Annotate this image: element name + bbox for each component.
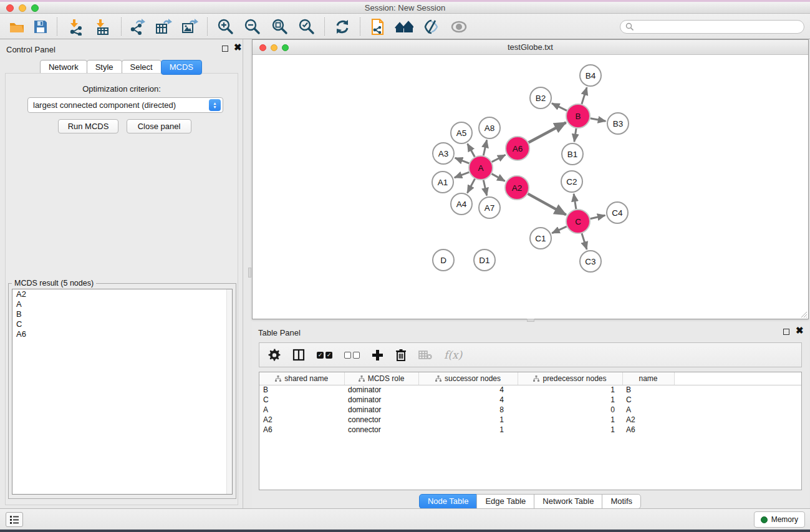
list-item[interactable]: C bbox=[12, 319, 232, 329]
graph-edge-A-A6[interactable] bbox=[492, 155, 506, 162]
show-all-icon[interactable] bbox=[450, 17, 468, 36]
graph-node-A1[interactable]: A1 bbox=[432, 172, 453, 193]
hide-selected-icon[interactable] bbox=[422, 17, 441, 36]
export-network-icon[interactable] bbox=[128, 17, 147, 36]
export-image-icon[interactable] bbox=[180, 17, 199, 36]
graph-node-A[interactable]: A bbox=[469, 156, 493, 180]
graph-node-C4[interactable]: C4 bbox=[607, 202, 628, 223]
node-table[interactable]: shared nameMCDS rolesuccessor nodesprede… bbox=[259, 372, 802, 490]
deselect-all-icon[interactable] bbox=[344, 352, 360, 359]
list-item[interactable]: A bbox=[12, 299, 232, 309]
export-table-icon[interactable] bbox=[154, 17, 173, 36]
graph-node-C2[interactable]: C2 bbox=[561, 171, 582, 192]
graph-edge-C-C4[interactable] bbox=[591, 215, 605, 218]
zoom-selected-icon[interactable] bbox=[297, 17, 316, 36]
tab-mcds[interactable]: MCDS bbox=[161, 60, 202, 75]
graph-edge-B-B2[interactable] bbox=[552, 104, 567, 111]
memory-button[interactable]: Memory bbox=[754, 511, 805, 528]
float-table-panel-icon[interactable] bbox=[783, 329, 789, 335]
graph-edge-A-A7[interactable] bbox=[483, 180, 486, 196]
column-header-successor-nodes[interactable]: successor nodes bbox=[418, 372, 518, 385]
search-field[interactable] bbox=[620, 20, 804, 34]
table-row[interactable]: Bdominator41B bbox=[259, 385, 801, 395]
list-item[interactable]: A2 bbox=[12, 289, 232, 299]
zoom-in-icon[interactable] bbox=[216, 17, 235, 36]
import-table-icon[interactable] bbox=[94, 17, 112, 36]
tab-node-table[interactable]: Node Table bbox=[419, 494, 478, 509]
graph-node-A5[interactable]: A5 bbox=[451, 122, 472, 143]
graph-edge-B-B1[interactable] bbox=[574, 128, 576, 142]
optimization-criterion-select[interactable]: largest connected component (directed) ▲… bbox=[27, 97, 223, 113]
zoom-fit-icon[interactable] bbox=[271, 17, 289, 36]
zoom-out-icon[interactable] bbox=[243, 17, 262, 36]
splitter-handle-horizontal[interactable] bbox=[527, 319, 534, 322]
table-row[interactable]: Adominator80A bbox=[259, 405, 801, 415]
column-header-name[interactable]: name bbox=[622, 372, 674, 385]
tab-network-table[interactable]: Network Table bbox=[534, 494, 602, 509]
graph-edge-B-B3[interactable] bbox=[591, 118, 606, 122]
graph-node-A4[interactable]: A4 bbox=[451, 193, 472, 215]
network-window-titlebar[interactable]: testGlobe.txt bbox=[253, 40, 808, 55]
float-panel-icon[interactable] bbox=[222, 46, 228, 52]
graph-node-C[interactable]: C bbox=[566, 210, 590, 233]
graph-edge-C-C1[interactable] bbox=[552, 226, 567, 233]
graph-node-A2[interactable]: A2 bbox=[505, 176, 529, 200]
scrollbar-track[interactable] bbox=[226, 289, 232, 494]
graph-node-D1[interactable]: D1 bbox=[474, 249, 495, 271]
resize-grip-icon[interactable] bbox=[799, 310, 808, 318]
graph-node-A8[interactable]: A8 bbox=[479, 117, 500, 138]
list-item[interactable]: B bbox=[12, 309, 232, 319]
gear-icon[interactable] bbox=[268, 349, 281, 361]
select-all-icon[interactable]: ✓✓ bbox=[317, 352, 332, 359]
run-mcds-button[interactable]: Run MCDS bbox=[58, 119, 118, 133]
graph-node-C1[interactable]: C1 bbox=[530, 228, 551, 249]
graph-edge-A6-B[interactable] bbox=[529, 122, 566, 142]
open-folder-icon[interactable] bbox=[7, 17, 26, 36]
save-icon[interactable] bbox=[31, 17, 50, 36]
graph-node-B3[interactable]: B3 bbox=[607, 113, 629, 134]
graph-edge-A-A1[interactable] bbox=[455, 172, 470, 178]
graph-edge-A-A4[interactable] bbox=[467, 179, 475, 193]
graph-edge-A-A5[interactable] bbox=[468, 143, 475, 157]
network-canvas[interactable]: B4B2BB3A8A5A6A3B1AA1C2A2A4A7C4CC1C3DD1 bbox=[253, 55, 808, 319]
graph-node-B[interactable]: B bbox=[566, 104, 590, 128]
graph-edge-A2-C[interactable] bbox=[528, 194, 566, 215]
tab-edge-table[interactable]: Edge Table bbox=[476, 494, 534, 509]
table-row[interactable]: Cdominator41C bbox=[259, 395, 801, 405]
close-panel-button[interactable]: Close panel bbox=[127, 119, 191, 133]
column-header-predecessor-nodes[interactable]: predecessor nodes bbox=[518, 372, 622, 385]
graph-node-C3[interactable]: C3 bbox=[580, 251, 601, 272]
graph-node-B1[interactable]: B1 bbox=[562, 143, 583, 165]
refresh-icon[interactable] bbox=[333, 17, 352, 36]
column-header-MCDS-role[interactable]: MCDS role bbox=[344, 372, 418, 385]
close-table-panel-icon[interactable]: ✖ bbox=[796, 326, 804, 335]
graph-edge-A-A3[interactable] bbox=[455, 158, 470, 163]
graph-edge-B-B4[interactable] bbox=[582, 87, 587, 104]
graph-node-A3[interactable]: A3 bbox=[433, 143, 454, 164]
add-icon[interactable] bbox=[372, 349, 383, 361]
search-input[interactable] bbox=[634, 22, 799, 31]
table-row[interactable]: A6connector11A6 bbox=[259, 425, 801, 435]
graph-edge-A-A2[interactable] bbox=[492, 174, 505, 181]
graph-edge-C-C3[interactable] bbox=[582, 233, 587, 249]
graph-node-A7[interactable]: A7 bbox=[479, 197, 500, 218]
delete-icon[interactable] bbox=[395, 349, 407, 361]
columns-icon[interactable] bbox=[292, 349, 305, 361]
graph-edge-C-C2[interactable] bbox=[574, 194, 576, 209]
tab-motifs[interactable]: Motifs bbox=[602, 494, 641, 509]
graph-node-B4[interactable]: B4 bbox=[580, 65, 601, 86]
graph-node-A6[interactable]: A6 bbox=[506, 137, 529, 160]
task-history-button[interactable] bbox=[6, 512, 23, 527]
graph-node-B2[interactable]: B2 bbox=[530, 87, 551, 109]
graph-edge-A-A8[interactable] bbox=[483, 140, 486, 156]
mcds-result-list[interactable]: A2ABCA6 bbox=[12, 289, 233, 495]
home-network-icon[interactable] bbox=[395, 17, 413, 36]
import-network-icon[interactable] bbox=[67, 17, 86, 36]
graph-node-D[interactable]: D bbox=[433, 249, 454, 271]
first-neighbors-icon[interactable] bbox=[369, 17, 387, 36]
close-panel-icon[interactable]: ✖ bbox=[234, 43, 242, 52]
table-row[interactable]: A2connector11A2 bbox=[259, 415, 801, 425]
column-header-shared-name[interactable]: shared name bbox=[259, 372, 344, 385]
splitter-handle-vertical[interactable] bbox=[248, 268, 251, 278]
list-item[interactable]: A6 bbox=[12, 329, 232, 339]
